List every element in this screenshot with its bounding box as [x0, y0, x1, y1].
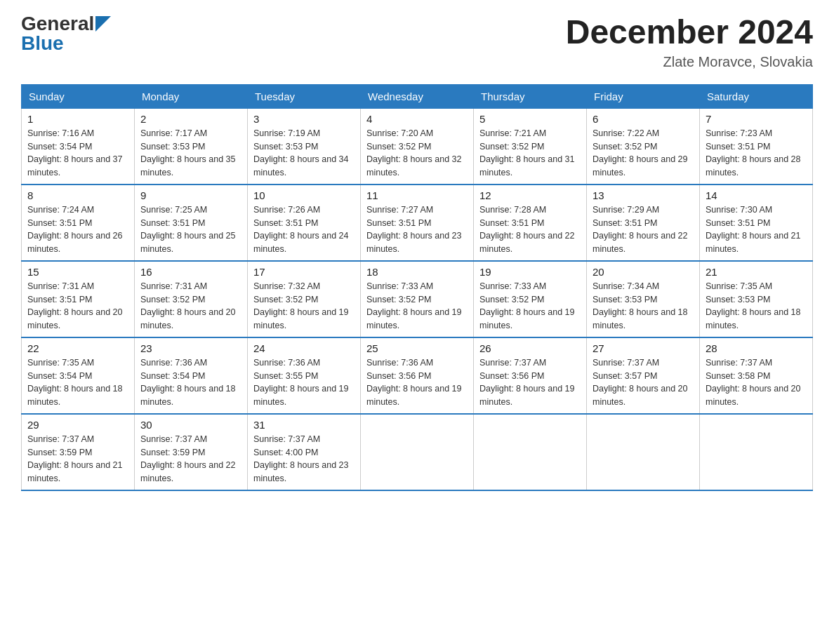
logo: General Blue	[21, 14, 111, 53]
day-info: Sunrise: 7:36 AMSunset: 3:56 PMDaylight:…	[366, 358, 462, 407]
day-info: Sunrise: 7:33 AMSunset: 3:52 PMDaylight:…	[366, 281, 462, 330]
calendar-cell: 19 Sunrise: 7:33 AMSunset: 3:52 PMDaylig…	[474, 261, 587, 337]
logo-blue-text: Blue	[21, 34, 64, 53]
calendar-cell: 31 Sunrise: 7:37 AMSunset: 4:00 PMDaylig…	[248, 414, 361, 490]
day-info: Sunrise: 7:37 AMSunset: 3:57 PMDaylight:…	[593, 358, 688, 407]
calendar-cell: 11 Sunrise: 7:27 AMSunset: 3:51 PMDaylig…	[361, 185, 474, 261]
day-info: Sunrise: 7:36 AMSunset: 3:55 PMDaylight:…	[253, 358, 349, 407]
calendar-cell: 12 Sunrise: 7:28 AMSunset: 3:51 PMDaylig…	[474, 185, 587, 261]
calendar-cell: 14 Sunrise: 7:30 AMSunset: 3:51 PMDaylig…	[700, 185, 813, 261]
calendar-cell: 2 Sunrise: 7:17 AMSunset: 3:53 PMDayligh…	[135, 108, 248, 185]
calendar-cell: 29 Sunrise: 7:37 AMSunset: 3:59 PMDaylig…	[22, 414, 135, 490]
day-info: Sunrise: 7:28 AMSunset: 3:51 PMDaylight:…	[479, 205, 575, 254]
day-number: 19	[479, 266, 581, 278]
day-number: 31	[253, 419, 355, 431]
page-header: General Blue December 2024 Zlate Moravce…	[21, 14, 813, 70]
svg-marker-0	[95, 16, 111, 32]
calendar-cell	[700, 414, 813, 490]
day-number: 28	[706, 342, 807, 354]
calendar-cell: 4 Sunrise: 7:20 AMSunset: 3:52 PMDayligh…	[361, 108, 474, 185]
calendar-cell: 13 Sunrise: 7:29 AMSunset: 3:51 PMDaylig…	[587, 185, 700, 261]
header-sunday: Sunday	[22, 84, 135, 108]
calendar-cell: 23 Sunrise: 7:36 AMSunset: 3:54 PMDaylig…	[135, 337, 248, 414]
day-number: 15	[27, 266, 128, 278]
day-number: 8	[27, 189, 128, 201]
day-number: 12	[479, 189, 581, 201]
day-number: 6	[593, 113, 694, 125]
day-info: Sunrise: 7:30 AMSunset: 3:51 PMDaylight:…	[706, 205, 801, 254]
calendar-cell: 18 Sunrise: 7:33 AMSunset: 3:52 PMDaylig…	[361, 261, 474, 337]
day-info: Sunrise: 7:23 AMSunset: 3:51 PMDaylight:…	[706, 128, 801, 177]
calendar-cell: 10 Sunrise: 7:26 AMSunset: 3:51 PMDaylig…	[248, 185, 361, 261]
calendar-cell: 6 Sunrise: 7:22 AMSunset: 3:52 PMDayligh…	[587, 108, 700, 185]
calendar-cell	[361, 414, 474, 490]
day-info: Sunrise: 7:35 AMSunset: 3:53 PMDaylight:…	[706, 281, 801, 330]
day-info: Sunrise: 7:32 AMSunset: 3:52 PMDaylight:…	[253, 281, 349, 330]
logo-arrow-icon	[95, 16, 111, 32]
day-info: Sunrise: 7:27 AMSunset: 3:51 PMDaylight:…	[366, 205, 462, 254]
day-info: Sunrise: 7:37 AMSunset: 3:58 PMDaylight:…	[706, 358, 801, 407]
calendar-week-2: 8 Sunrise: 7:24 AMSunset: 3:51 PMDayligh…	[22, 185, 813, 261]
header-tuesday: Tuesday	[248, 84, 361, 108]
day-info: Sunrise: 7:24 AMSunset: 3:51 PMDaylight:…	[27, 205, 123, 254]
calendar-cell	[474, 414, 587, 490]
calendar-week-1: 1 Sunrise: 7:16 AMSunset: 3:54 PMDayligh…	[22, 108, 813, 185]
day-info: Sunrise: 7:21 AMSunset: 3:52 PMDaylight:…	[479, 128, 575, 177]
header-thursday: Thursday	[474, 84, 587, 108]
calendar-cell: 8 Sunrise: 7:24 AMSunset: 3:51 PMDayligh…	[22, 185, 135, 261]
header-friday: Friday	[587, 84, 700, 108]
title-area: December 2024 Zlate Moravce, Slovakia	[566, 14, 813, 70]
header-saturday: Saturday	[700, 84, 813, 108]
location: Zlate Moravce, Slovakia	[566, 54, 813, 70]
logo-general-text: General	[21, 14, 94, 34]
calendar-cell: 24 Sunrise: 7:36 AMSunset: 3:55 PMDaylig…	[248, 337, 361, 414]
day-info: Sunrise: 7:37 AMSunset: 4:00 PMDaylight:…	[253, 434, 349, 483]
day-number: 26	[479, 342, 581, 354]
calendar-cell: 21 Sunrise: 7:35 AMSunset: 3:53 PMDaylig…	[700, 261, 813, 337]
day-number: 21	[706, 266, 807, 278]
calendar-cell	[587, 414, 700, 490]
day-number: 3	[253, 113, 355, 125]
calendar-cell: 16 Sunrise: 7:31 AMSunset: 3:52 PMDaylig…	[135, 261, 248, 337]
day-info: Sunrise: 7:37 AMSunset: 3:59 PMDaylight:…	[27, 434, 123, 483]
day-info: Sunrise: 7:33 AMSunset: 3:52 PMDaylight:…	[479, 281, 575, 330]
day-number: 7	[706, 113, 807, 125]
calendar-cell: 26 Sunrise: 7:37 AMSunset: 3:56 PMDaylig…	[474, 337, 587, 414]
calendar-cell: 28 Sunrise: 7:37 AMSunset: 3:58 PMDaylig…	[700, 337, 813, 414]
day-number: 18	[366, 266, 468, 278]
day-info: Sunrise: 7:17 AMSunset: 3:53 PMDaylight:…	[140, 128, 236, 177]
day-number: 20	[593, 266, 694, 278]
calendar-cell: 15 Sunrise: 7:31 AMSunset: 3:51 PMDaylig…	[22, 261, 135, 337]
day-number: 2	[140, 113, 241, 125]
day-info: Sunrise: 7:26 AMSunset: 3:51 PMDaylight:…	[253, 205, 349, 254]
day-number: 24	[253, 342, 355, 354]
calendar-cell: 20 Sunrise: 7:34 AMSunset: 3:53 PMDaylig…	[587, 261, 700, 337]
day-info: Sunrise: 7:36 AMSunset: 3:54 PMDaylight:…	[140, 358, 236, 407]
day-info: Sunrise: 7:35 AMSunset: 3:54 PMDaylight:…	[27, 358, 123, 407]
day-info: Sunrise: 7:16 AMSunset: 3:54 PMDaylight:…	[27, 128, 123, 177]
day-number: 10	[253, 189, 355, 201]
day-number: 4	[366, 113, 468, 125]
calendar-cell: 27 Sunrise: 7:37 AMSunset: 3:57 PMDaylig…	[587, 337, 700, 414]
day-number: 17	[253, 266, 355, 278]
day-info: Sunrise: 7:22 AMSunset: 3:52 PMDaylight:…	[593, 128, 688, 177]
day-number: 25	[366, 342, 468, 354]
calendar-header-row: Sunday Monday Tuesday Wednesday Thursday…	[22, 84, 813, 108]
header-monday: Monday	[135, 84, 248, 108]
day-number: 29	[27, 419, 128, 431]
day-number: 13	[593, 189, 694, 201]
calendar-table: Sunday Monday Tuesday Wednesday Thursday…	[21, 84, 813, 491]
calendar-cell: 3 Sunrise: 7:19 AMSunset: 3:53 PMDayligh…	[248, 108, 361, 185]
day-info: Sunrise: 7:37 AMSunset: 3:59 PMDaylight:…	[140, 434, 236, 483]
day-number: 16	[140, 266, 241, 278]
day-info: Sunrise: 7:34 AMSunset: 3:53 PMDaylight:…	[593, 281, 688, 330]
day-number: 30	[140, 419, 241, 431]
day-info: Sunrise: 7:31 AMSunset: 3:52 PMDaylight:…	[140, 281, 236, 330]
day-number: 27	[593, 342, 694, 354]
day-number: 23	[140, 342, 241, 354]
calendar-week-4: 22 Sunrise: 7:35 AMSunset: 3:54 PMDaylig…	[22, 337, 813, 414]
day-info: Sunrise: 7:31 AMSunset: 3:51 PMDaylight:…	[27, 281, 123, 330]
calendar-cell: 17 Sunrise: 7:32 AMSunset: 3:52 PMDaylig…	[248, 261, 361, 337]
month-title: December 2024	[566, 14, 813, 51]
day-number: 5	[479, 113, 581, 125]
